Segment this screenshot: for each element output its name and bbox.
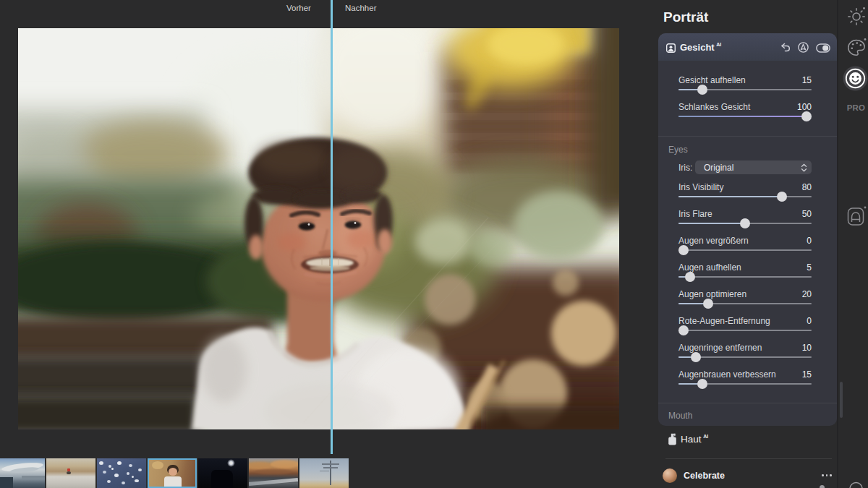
svg-text:PRO: PRO [847,103,866,112]
